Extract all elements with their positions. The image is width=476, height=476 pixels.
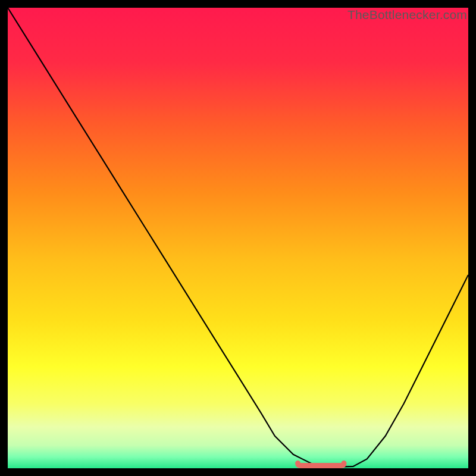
- optimal-range-marker: [298, 463, 344, 465]
- bottleneck-chart: [8, 8, 468, 468]
- heat-gradient-background: [8, 8, 468, 468]
- chart-frame: TheBottlenecker.com: [8, 8, 468, 468]
- watermark-text: TheBottlenecker.com: [347, 8, 467, 22]
